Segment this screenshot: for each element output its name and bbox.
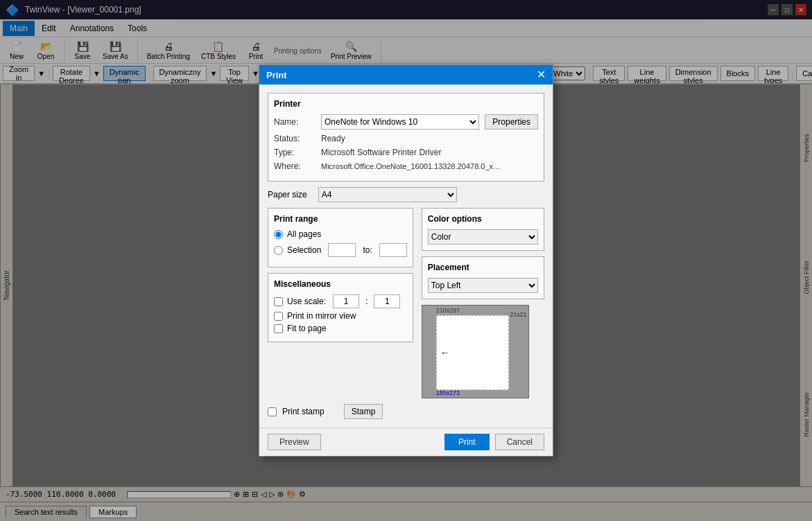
scale-input1[interactable] — [333, 294, 359, 308]
right-col: Color options Color Grayscale Black & Wh… — [422, 208, 544, 398]
fit-to-page-checkbox[interactable] — [274, 324, 283, 333]
placement-label: Placement — [428, 263, 538, 272]
color-options-section: Color options Color Grayscale Black & Wh… — [422, 208, 544, 251]
use-scale-label: Use scale: — [287, 297, 326, 306]
stamp-row: Print stamp Stamp — [268, 404, 544, 419]
preview-arrow: ← — [440, 347, 450, 358]
where-value: Microsoft.Office.OneNote_16001.13328.204… — [321, 162, 501, 170]
name-row: Name: OneNote for Windows 10 Properties — [274, 114, 538, 130]
misc-label: Miscellaneous — [274, 279, 407, 289]
dialog-footer: Preview Print Cancel — [259, 427, 553, 456]
print-range-section: Print range All pages Selection 1 to: 1 — [268, 208, 413, 267]
preview-dim-side: 21x21 — [510, 311, 527, 318]
name-field-label: Name: — [274, 117, 316, 127]
where-row: Where: Microsoft.Office.OneNote_16001.13… — [274, 161, 538, 171]
left-col: Print range All pages Selection 1 to: 1 — [268, 208, 413, 398]
selection-label: Selection — [287, 245, 321, 255]
use-scale-row: Use scale: : — [274, 294, 407, 308]
type-field-label: Type: — [274, 148, 316, 157]
print-preview-box: 210x297 21x21 ← 185x272 — [422, 305, 529, 398]
paper-size-select[interactable]: A4 A3 Letter — [318, 187, 457, 202]
printer-section-label: Printer — [274, 99, 538, 109]
selection-from-input[interactable]: 1 — [328, 243, 356, 257]
preview-dim-bottom: 185x272 — [436, 389, 460, 396]
cancel-button[interactable]: Cancel — [495, 434, 544, 450]
all-pages-radio[interactable] — [274, 230, 283, 239]
all-pages-row: All pages — [274, 229, 407, 239]
dialog-title-bar: Print ✕ — [259, 65, 553, 85]
use-scale-checkbox[interactable] — [274, 297, 283, 306]
placement-select[interactable]: Top Left Top Center Center Bottom Left — [428, 278, 538, 293]
footer-right: Print Cancel — [444, 434, 544, 450]
status-row: Status: Ready — [274, 134, 538, 143]
misc-section: Miscellaneous Use scale: : Print in mirr… — [268, 273, 413, 342]
type-value: Microsoft Software Printer Driver — [321, 148, 441, 157]
to-label: to: — [363, 245, 372, 255]
status-value: Ready — [321, 134, 345, 143]
scale-input2[interactable] — [374, 294, 400, 308]
dialog-body: Printer Name: OneNote for Windows 10 Pro… — [259, 85, 553, 427]
where-field-label: Where: — [274, 161, 316, 171]
printer-section: Printer Name: OneNote for Windows 10 Pro… — [268, 93, 544, 182]
color-options-label: Color options — [428, 214, 538, 224]
mirror-view-checkbox[interactable] — [274, 312, 283, 321]
fit-to-page-label: Fit to page — [287, 324, 327, 333]
preview-dim-top: 210x297 — [436, 307, 460, 314]
fit-to-page-row: Fit to page — [274, 324, 407, 333]
mirror-view-row: Print in mirror view — [274, 311, 407, 321]
print-range-label: Print range — [274, 214, 407, 224]
selection-radio[interactable] — [274, 246, 283, 255]
printer-name-select[interactable]: OneNote for Windows 10 — [321, 114, 479, 130]
dialog-title: Print — [266, 70, 287, 80]
selection-row: Selection 1 to: 1 — [274, 243, 407, 257]
two-col-section: Print range All pages Selection 1 to: 1 — [268, 208, 544, 398]
preview-button[interactable]: Preview — [268, 434, 321, 450]
status-field-label: Status: — [274, 134, 316, 143]
placement-section: Placement Top Left Top Center Center Bot… — [422, 256, 544, 299]
print-dialog: Print ✕ Printer Name: OneNote for Window… — [259, 64, 553, 457]
mirror-view-label: Print in mirror view — [287, 311, 356, 321]
all-pages-label: All pages — [287, 229, 321, 239]
dialog-close-button[interactable]: ✕ — [537, 69, 546, 80]
paper-size-row: Paper size A4 A3 Letter — [268, 187, 544, 202]
print-stamp-checkbox[interactable] — [268, 407, 277, 416]
type-row: Type: Microsoft Software Printer Driver — [274, 148, 538, 157]
paper-size-label: Paper size — [268, 190, 307, 200]
properties-button[interactable]: Properties — [485, 114, 538, 130]
modal-overlay: Print ✕ Printer Name: OneNote for Window… — [0, 0, 812, 521]
print-stamp-label: Print stamp — [282, 407, 325, 416]
color-options-select[interactable]: Color Grayscale Black & White — [428, 229, 538, 245]
selection-to-input[interactable]: 1 — [379, 243, 407, 257]
print-confirm-button[interactable]: Print — [444, 434, 490, 450]
stamp-button[interactable]: Stamp — [344, 404, 383, 419]
